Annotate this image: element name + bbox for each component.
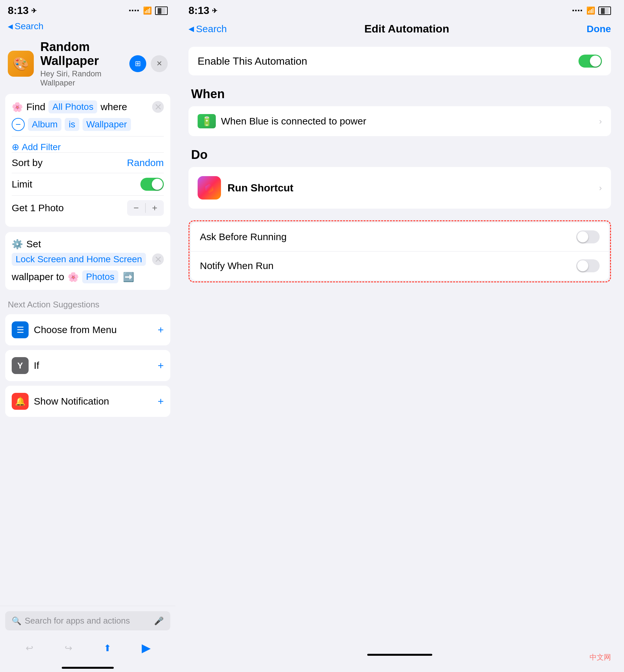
redo-button[interactable]: ↪	[59, 639, 77, 657]
mic-icon[interactable]: 🎤	[154, 616, 164, 625]
notify-when-run-label: Notify When Run	[200, 260, 274, 272]
choose-menu-icon: ☰	[12, 321, 29, 338]
signal-icon: ▪▪▪▪	[129, 7, 140, 14]
shortcut-action-buttons: ⊞ ✕	[129, 55, 168, 72]
photos-pill[interactable]: Photos	[82, 270, 118, 283]
photos-rainbow-icon: 🌸	[12, 102, 23, 112]
settings-icon: ⚙️	[12, 239, 23, 250]
when-heading: When	[188, 87, 611, 101]
suggestion-if[interactable]: Y If +	[5, 350, 170, 381]
remove-filter-button[interactable]: −	[12, 118, 25, 131]
do-section: Do	[188, 148, 611, 209]
limit-toggle[interactable]	[140, 178, 164, 191]
right-time: 8:13 ✈	[188, 4, 217, 17]
get-photo-row: Get 1 Photo − +	[12, 195, 164, 220]
left-nav-bar: Search	[0, 19, 176, 35]
shortcut-app-icon: 🎨	[8, 51, 34, 77]
is-pill[interactable]: is	[65, 118, 79, 131]
wifi-icon: 📶	[143, 6, 152, 15]
automation-toggle-knob	[590, 56, 601, 67]
album-pill[interactable]: Album	[28, 118, 61, 131]
home-indicator-left	[62, 667, 114, 669]
find-row: 🌸 Find All Photos where ✕	[12, 100, 164, 113]
find-close-icon[interactable]: ✕	[152, 101, 164, 113]
watermark: 中文网	[169, 652, 618, 666]
filter-row: − Album is Wallpaper	[12, 118, 164, 131]
add-filter-button[interactable]: ⊕ Add Filter	[12, 142, 61, 152]
when-section: When 🔋 When Blue is connected to power ›	[188, 87, 611, 136]
set-row: ⚙️ Set Lock Screen and Home Screen ✕	[12, 238, 164, 266]
when-trigger-card[interactable]: 🔋 When Blue is connected to power ›	[188, 106, 611, 136]
right-status-icons: ▪▪▪▪ 📶 ▓░	[572, 6, 611, 15]
shortcut-header: 🎨 Random Wallpaper Hey Siri, Random Wall…	[0, 35, 176, 94]
left-status-bar: 8:13 ✈ ▪▪▪▪ 📶 ▓░	[0, 0, 176, 19]
shortcut-title-area: Random Wallpaper Hey Siri, Random Wallpa…	[40, 40, 123, 87]
suggestion-add-0[interactable]: +	[158, 324, 164, 336]
close-button[interactable]: ✕	[151, 55, 168, 72]
set-wallpaper-card: ⚙️ Set Lock Screen and Home Screen ✕ wal…	[5, 232, 170, 290]
search-placeholder: Search for apps and actions	[25, 616, 151, 626]
undo-button[interactable]: ↩	[20, 639, 38, 657]
all-photos-pill[interactable]: All Photos	[48, 100, 97, 113]
do-heading: Do	[188, 148, 611, 162]
sort-row: Sort by Random	[12, 152, 164, 173]
power-charging-icon: 🔋	[198, 114, 216, 128]
divider	[12, 136, 164, 136]
limit-label: Limit	[12, 179, 32, 190]
suggestion-notification[interactable]: 🔔 Show Notification +	[5, 386, 170, 417]
increment-button[interactable]: +	[146, 200, 164, 216]
right-nav-bar: Search Edit Automation Done	[176, 19, 624, 40]
right-status-bar: 8:13 ✈ ▪▪▪▪ 📶 ▓░	[176, 0, 624, 19]
suggestions-heading: Next Action Suggestions	[5, 296, 170, 314]
left-content-area: 🌸 Find All Photos where ✕ − Album is Wal…	[0, 94, 176, 606]
add-filter-plus-icon: ⊕	[12, 142, 19, 152]
ask-before-running-label: Ask Before Running	[200, 231, 287, 242]
enable-automation-toggle[interactable]	[578, 55, 602, 68]
left-back-button[interactable]: Search	[8, 21, 168, 31]
search-icon: 🔍	[12, 616, 22, 625]
run-shortcut-chevron-icon: ›	[599, 183, 602, 193]
ask-before-running-toggle[interactable]	[576, 230, 600, 243]
arrow-circle-icon[interactable]: ➡️	[123, 272, 134, 282]
left-panel: 8:13 ✈ ▪▪▪▪ 📶 ▓░ Search 🎨 Random Wallpap…	[0, 0, 176, 672]
ask-before-running-row: Ask Before Running	[191, 223, 609, 252]
run-shortcut-content: Run Shortcut	[198, 176, 293, 200]
settings-dashed-container: Ask Before Running Notify When Run	[188, 220, 611, 282]
filter-button[interactable]: ⊞	[129, 55, 146, 72]
suggestions-section: Next Action Suggestions ☰ Choose from Me…	[5, 296, 170, 417]
wallpaper-pill[interactable]: Wallpaper	[82, 118, 131, 131]
right-signal-icon: ▪▪▪▪	[572, 7, 583, 14]
suggestion-label-2: Show Notification	[34, 396, 152, 407]
suggestion-choose-menu[interactable]: ☰ Choose from Menu +	[5, 314, 170, 345]
sort-value[interactable]: Random	[127, 157, 164, 168]
suggestion-add-1[interactable]: +	[158, 360, 164, 372]
share-button[interactable]: ⬆	[98, 639, 116, 657]
right-panel: 8:13 ✈ ▪▪▪▪ 📶 ▓░ Search Edit Automation …	[176, 0, 624, 672]
suggestion-add-2[interactable]: +	[158, 395, 164, 408]
photo-count-stepper: − +	[127, 200, 164, 216]
screen-type-pill[interactable]: Lock Screen and Home Screen	[12, 253, 146, 266]
where-label: where	[100, 101, 127, 112]
action-search-bar: 🔍 Search for apps and actions 🎤	[5, 611, 170, 630]
run-shortcut-card[interactable]: Run Shortcut ›	[188, 167, 611, 209]
action-search-container: 🔍 Search for apps and actions 🎤	[0, 606, 176, 634]
add-filter-row: ⊕ Add Filter	[12, 142, 164, 152]
play-button[interactable]: ▶	[137, 639, 155, 657]
get-photo-label: Get 1 Photo	[12, 203, 64, 213]
left-status-icons: ▪▪▪▪ 📶 ▓░	[129, 6, 168, 15]
toggle-knob	[152, 179, 163, 190]
set-label: Set	[26, 238, 41, 250]
right-back-button[interactable]: Search	[188, 23, 227, 34]
location-icon: ✈	[31, 7, 37, 15]
notify-when-run-toggle[interactable]	[576, 259, 600, 272]
shortcut-title: Random Wallpaper	[40, 40, 123, 68]
shortcuts-app-icon	[198, 176, 221, 200]
when-trigger-label: When Blue is connected to power	[221, 116, 366, 127]
notify-when-run-row: Notify When Run	[191, 252, 609, 280]
enable-automation-card: Enable This Automation	[188, 47, 611, 75]
right-nav-title: Edit Automation	[364, 22, 449, 35]
set-close-icon[interactable]: ✕	[152, 254, 164, 265]
ask-toggle-knob	[577, 231, 588, 242]
decrement-button[interactable]: −	[127, 200, 145, 216]
done-button[interactable]: Done	[587, 23, 611, 34]
